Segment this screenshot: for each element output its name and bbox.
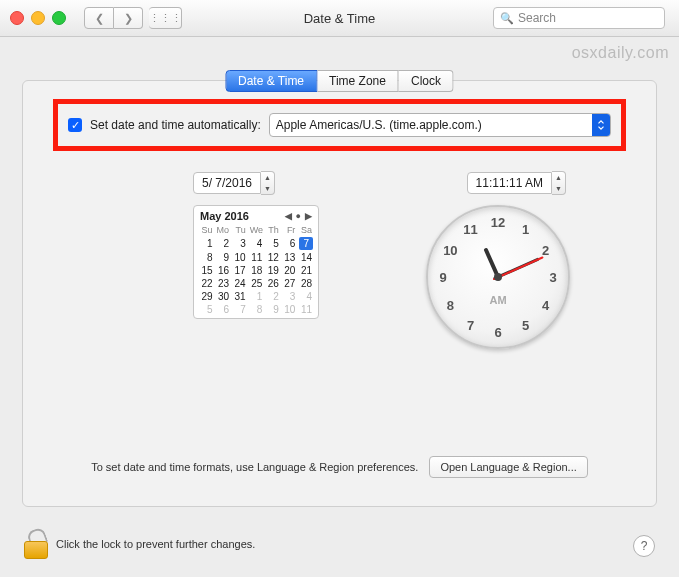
time-server-value: Apple Americas/U.S. (time.apple.com.) [276,118,482,132]
prefs-window: ❮ ❯ ⋮⋮⋮ Date & Time 🔍 Search osxdaily.co… [0,0,679,577]
search-field[interactable]: 🔍 Search [493,7,665,29]
tab-date-time[interactable]: Date & Time [225,70,317,92]
calendar-day[interactable]: 4 [248,236,265,251]
tab-clock[interactable]: Clock [399,70,454,92]
calendar-day[interactable]: 2 [264,290,281,303]
help-button[interactable]: ? [633,535,655,557]
calendar-day[interactable]: 11 [248,251,265,264]
calendar-day[interactable]: 3 [281,290,298,303]
calendar-day[interactable]: 16 [215,264,232,277]
open-language-region-button[interactable]: Open Language & Region... [429,456,587,478]
calendar-day[interactable]: 21 [297,264,314,277]
calendar-day[interactable]: 1 [198,236,215,251]
clock-number: 4 [536,297,556,312]
search-placeholder: Search [518,11,556,25]
calendar-day[interactable]: 14 [297,251,314,264]
calendar[interactable]: May 2016 ◀ ● ▶ SuMoTuWeThFrSa 1234567891… [193,205,319,319]
calendar-dow: Sa [297,224,314,236]
time-stepper-field[interactable]: 11:11:11 AM ▲▼ [467,171,566,195]
step-up-icon: ▲ [261,172,274,183]
calendar-dow: Th [264,224,281,236]
clock-number: 9 [433,270,453,285]
calendar-day[interactable]: 23 [215,277,232,290]
back-button[interactable]: ❮ [84,7,114,29]
calendar-day[interactable]: 18 [248,264,265,277]
step-up-icon: ▲ [552,172,565,183]
calendar-day[interactable]: 6 [281,236,298,251]
clock-number: 1 [516,222,536,237]
auto-time-label: Set date and time automatically: [90,118,261,132]
calendar-day[interactable]: 11 [297,303,314,316]
calendar-day[interactable]: 15 [198,264,215,277]
show-all-button[interactable]: ⋮⋮⋮ [149,7,182,29]
lock-icon[interactable] [22,529,48,559]
calendar-day[interactable]: 7 [297,236,314,251]
cal-prev-icon[interactable]: ◀ [285,211,292,221]
calendar-nav: ◀ ● ▶ [285,211,312,221]
clock-number: 7 [461,317,481,332]
chevron-updown-icon [592,114,610,136]
calendar-day[interactable]: 6 [215,303,232,316]
calendar-day[interactable]: 5 [198,303,215,316]
nav-back-forward: ❮ ❯ [84,7,143,29]
close-window-button[interactable] [10,11,24,25]
calendar-day[interactable]: 13 [281,251,298,264]
calendar-day[interactable]: 9 [215,251,232,264]
calendar-month-label: May 2016 [200,210,249,222]
calendar-day[interactable]: 1 [248,290,265,303]
clock-number: 5 [516,317,536,332]
datetime-fields: 5/ 7/2016 ▲▼ 11:11:11 AM ▲▼ [23,171,656,195]
calendar-day[interactable]: 26 [264,277,281,290]
clock-ampm: AM [489,294,506,306]
calendar-day[interactable]: 27 [281,277,298,290]
lock-row: Click the lock to prevent further change… [22,529,255,559]
calendar-dow: Tu [231,224,248,236]
time-server-combo[interactable]: Apple Americas/U.S. (time.apple.com.) [269,113,611,137]
calendar-day[interactable]: 8 [198,251,215,264]
date-stepper-field[interactable]: 5/ 7/2016 ▲▼ [193,171,275,195]
calendar-day[interactable]: 7 [231,303,248,316]
minimize-window-button[interactable] [31,11,45,25]
calendar-day[interactable]: 25 [248,277,265,290]
calendar-day[interactable]: 30 [215,290,232,303]
calendar-day[interactable]: 29 [198,290,215,303]
clock-number: 10 [440,242,460,257]
calendar-day[interactable]: 10 [231,251,248,264]
calendar-day[interactable]: 8 [248,303,265,316]
tab-bar: Date & Time Time Zone Clock [225,70,454,92]
date-value[interactable]: 5/ 7/2016 [193,172,261,194]
calendar-day[interactable]: 3 [231,236,248,251]
clock-face: AM 121234567891011 [426,205,570,349]
cal-next-icon[interactable]: ▶ [305,211,312,221]
auto-time-highlight: ✓ Set date and time automatically: Apple… [53,99,626,151]
date-stepper[interactable]: ▲▼ [261,171,275,195]
calendar-dow: Mo [215,224,232,236]
calendar-day[interactable]: 5 [264,236,281,251]
calendar-day[interactable]: 9 [264,303,281,316]
step-down-icon: ▼ [261,183,274,194]
zoom-window-button[interactable] [52,11,66,25]
calendar-day[interactable]: 12 [264,251,281,264]
time-stepper[interactable]: ▲▼ [552,171,566,195]
calendar-day[interactable]: 19 [264,264,281,277]
cal-today-icon[interactable]: ● [296,211,301,221]
calendar-day[interactable]: 24 [231,277,248,290]
calendar-day[interactable]: 28 [297,277,314,290]
time-value[interactable]: 11:11:11 AM [467,172,552,194]
lock-text: Click the lock to prevent further change… [56,538,255,550]
clock-number: 3 [543,270,563,285]
watermark: osxdaily.com [572,44,669,62]
calendar-dow: Su [198,224,215,236]
calendar-day[interactable]: 17 [231,264,248,277]
calendar-dow: Fr [281,224,298,236]
calendar-day[interactable]: 10 [281,303,298,316]
calendar-dow: We [248,224,265,236]
calendar-day[interactable]: 22 [198,277,215,290]
calendar-day[interactable]: 20 [281,264,298,277]
forward-button[interactable]: ❯ [114,7,143,29]
calendar-day[interactable]: 2 [215,236,232,251]
calendar-day[interactable]: 31 [231,290,248,303]
calendar-day[interactable]: 4 [297,290,314,303]
tab-time-zone[interactable]: Time Zone [317,70,399,92]
auto-time-checkbox[interactable]: ✓ [68,118,82,132]
